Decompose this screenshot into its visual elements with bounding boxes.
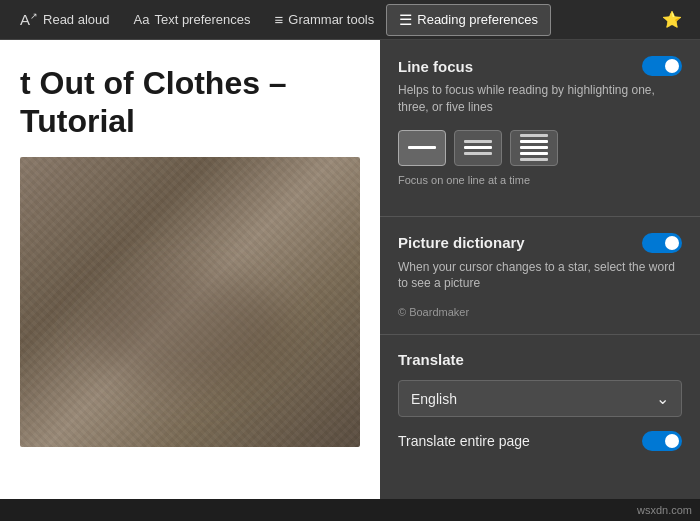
five-lines-button[interactable] <box>510 130 558 166</box>
three-lines-button[interactable] <box>454 130 502 166</box>
line-focus-section: Line focus Helps to focus while reading … <box>380 40 700 216</box>
selected-language: English <box>411 391 457 407</box>
tab-grammar-tools[interactable]: ≡ Grammar tools <box>263 4 387 36</box>
picture-dictionary-title: Picture dictionary <box>398 234 525 251</box>
picture-dictionary-toggle[interactable] <box>642 233 682 253</box>
toolbar: A↗ Read aloud Aa Text preferences ≡ Gram… <box>0 0 700 40</box>
bottom-label: wsxdn.com <box>637 504 692 516</box>
tab-read-aloud[interactable]: A↗ Read aloud <box>8 4 122 36</box>
line-focus-header: Line focus <box>398 56 682 76</box>
translate-title: Translate <box>398 351 464 368</box>
tab-reading-preferences[interactable]: ☰ Reading preferences <box>386 4 551 36</box>
tab-text-pref-label: Text preferences <box>154 12 250 27</box>
line-focus-title: Line focus <box>398 58 473 75</box>
line-focus-toggle[interactable] <box>642 56 682 76</box>
line-focus-footnote: Focus on one line at a time <box>398 174 682 186</box>
pin-icon: ⭐ <box>662 10 682 29</box>
chevron-down-icon: ⌄ <box>656 389 669 408</box>
language-dropdown[interactable]: English ⌄ <box>398 380 682 417</box>
one-line-button[interactable] <box>398 130 446 166</box>
article-image <box>20 157 360 447</box>
pin-button[interactable]: ⭐ <box>652 6 692 33</box>
tab-read-aloud-label: Read aloud <box>43 12 110 27</box>
line-focus-description: Helps to focus while reading by highligh… <box>398 82 682 116</box>
picture-dictionary-section: Picture dictionary When your cursor chan… <box>380 217 700 335</box>
reading-preferences-panel: Line focus Helps to focus while reading … <box>380 40 700 521</box>
picture-dictionary-description: When your cursor changes to a star, sele… <box>398 259 682 293</box>
translate-header: Translate <box>398 351 682 368</box>
tab-text-preferences[interactable]: Aa Text preferences <box>122 4 263 36</box>
translate-section: Translate English ⌄ Translate entire pag… <box>380 335 700 467</box>
picture-dictionary-header: Picture dictionary <box>398 233 682 253</box>
tab-reading-pref-label: Reading preferences <box>417 12 538 27</box>
article-title: t Out of Clothes – Tutorial <box>20 64 360 141</box>
read-aloud-icon: A↗ <box>20 12 38 27</box>
article-content: t Out of Clothes – Tutorial <box>0 40 380 521</box>
boardmaker-copyright: © Boardmaker <box>398 306 682 318</box>
bottom-bar: wsxdn.com <box>0 499 700 521</box>
translate-entire-page-row: Translate entire page <box>398 431 682 451</box>
tab-grammar-label: Grammar tools <box>288 12 374 27</box>
text-pref-icon: Aa <box>134 13 150 26</box>
grammar-icon: ≡ <box>275 12 284 27</box>
line-focus-options <box>398 130 682 166</box>
translate-entire-page-toggle[interactable] <box>642 431 682 451</box>
translate-entire-page-label: Translate entire page <box>398 433 530 449</box>
reading-pref-icon: ☰ <box>399 12 412 27</box>
